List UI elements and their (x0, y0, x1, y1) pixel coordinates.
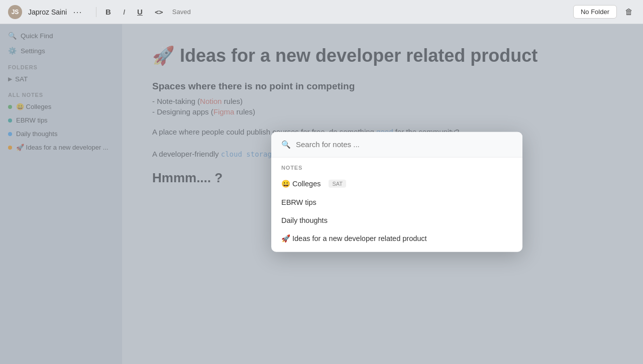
main-layout: 🔍 Quick Find ⚙️ Settings FOLDERS ▶ SAT A… (0, 24, 643, 364)
search-icon: 🔍 (281, 140, 291, 149)
search-result-ebrw[interactable]: EBRW tips (271, 193, 522, 211)
search-result-label-ebrw: EBRW tips (281, 198, 316, 206)
search-result-ideas[interactable]: 🚀 Ideas for a new developer related prod… (271, 229, 522, 248)
avatar: JS (8, 5, 22, 19)
search-result-daily[interactable]: Daily thoughts (271, 211, 522, 229)
username-label: Japroz Saini (28, 8, 67, 16)
saved-status: Saved (172, 8, 191, 16)
search-input-row: 🔍 (271, 132, 522, 157)
more-options-button[interactable]: ⋯ (73, 7, 82, 18)
search-result-label-daily: Daily thoughts (281, 216, 328, 224)
search-input[interactable] (296, 140, 512, 149)
toolbar-separator (96, 7, 96, 17)
search-results: NOTES 😀 Colleges SAT EBRW tips Daily tho… (271, 157, 522, 252)
underline-button[interactable]: U (134, 6, 146, 18)
search-section-label: NOTES (271, 162, 522, 174)
code-button[interactable]: <> (152, 6, 166, 18)
toolbar: JS Japroz Saini ⋯ B I U <> Saved No Fold… (0, 0, 643, 24)
bold-button[interactable]: B (102, 6, 114, 18)
italic-button[interactable]: I (120, 6, 128, 18)
search-result-tag-colleges: SAT (329, 180, 346, 188)
search-result-label-colleges: 😀 Colleges (281, 179, 320, 188)
folder-selector-button[interactable]: No Folder (573, 5, 617, 19)
search-modal: 🔍 NOTES 😀 Colleges SAT EBRW tips Daily t… (271, 132, 522, 252)
delete-note-button[interactable]: 🗑 (623, 6, 635, 19)
search-result-colleges[interactable]: 😀 Colleges SAT (271, 174, 522, 193)
search-result-label-ideas: 🚀 Ideas for a new developer related prod… (281, 234, 427, 242)
